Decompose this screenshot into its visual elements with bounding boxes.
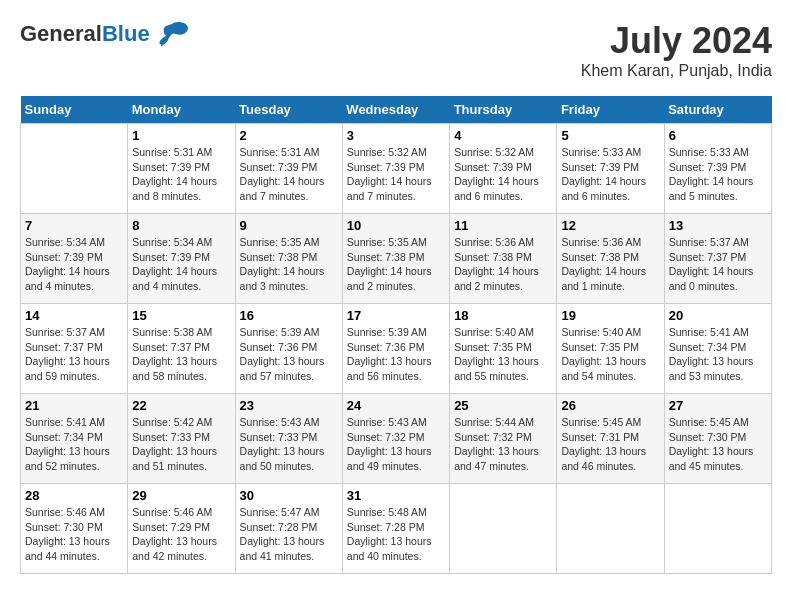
day-info: Sunrise: 5:45 AMSunset: 7:31 PMDaylight:… xyxy=(561,415,659,474)
table-row: 19 Sunrise: 5:40 AMSunset: 7:35 PMDaylig… xyxy=(557,304,664,394)
logo-text: GeneralBlue xyxy=(20,21,150,46)
day-info: Sunrise: 5:40 AMSunset: 7:35 PMDaylight:… xyxy=(454,325,552,384)
day-number: 14 xyxy=(25,308,123,323)
table-row: 7 Sunrise: 5:34 AMSunset: 7:39 PMDayligh… xyxy=(21,214,128,304)
table-row: 9 Sunrise: 5:35 AMSunset: 7:38 PMDayligh… xyxy=(235,214,342,304)
calendar-week-5: 28 Sunrise: 5:46 AMSunset: 7:30 PMDaylig… xyxy=(21,484,772,574)
header-friday: Friday xyxy=(557,96,664,124)
table-row: 15 Sunrise: 5:38 AMSunset: 7:37 PMDaylig… xyxy=(128,304,235,394)
day-number: 26 xyxy=(561,398,659,413)
day-info: Sunrise: 5:36 AMSunset: 7:38 PMDaylight:… xyxy=(561,235,659,294)
month-title: July 2024 xyxy=(581,20,772,62)
calendar-week-1: 1 Sunrise: 5:31 AMSunset: 7:39 PMDayligh… xyxy=(21,124,772,214)
day-number: 17 xyxy=(347,308,445,323)
table-row: 24 Sunrise: 5:43 AMSunset: 7:32 PMDaylig… xyxy=(342,394,449,484)
day-info: Sunrise: 5:34 AMSunset: 7:39 PMDaylight:… xyxy=(25,235,123,294)
day-number: 24 xyxy=(347,398,445,413)
table-row: 1 Sunrise: 5:31 AMSunset: 7:39 PMDayligh… xyxy=(128,124,235,214)
table-row: 29 Sunrise: 5:46 AMSunset: 7:29 PMDaylig… xyxy=(128,484,235,574)
table-row: 23 Sunrise: 5:43 AMSunset: 7:33 PMDaylig… xyxy=(235,394,342,484)
header-wednesday: Wednesday xyxy=(342,96,449,124)
logo-general: General xyxy=(20,21,102,46)
day-info: Sunrise: 5:43 AMSunset: 7:32 PMDaylight:… xyxy=(347,415,445,474)
day-number: 18 xyxy=(454,308,552,323)
calendar-week-4: 21 Sunrise: 5:41 AMSunset: 7:34 PMDaylig… xyxy=(21,394,772,484)
calendar-header-row: Sunday Monday Tuesday Wednesday Thursday… xyxy=(21,96,772,124)
day-info: Sunrise: 5:46 AMSunset: 7:30 PMDaylight:… xyxy=(25,505,123,564)
calendar-week-3: 14 Sunrise: 5:37 AMSunset: 7:37 PMDaylig… xyxy=(21,304,772,394)
header-sunday: Sunday xyxy=(21,96,128,124)
table-row: 18 Sunrise: 5:40 AMSunset: 7:35 PMDaylig… xyxy=(450,304,557,394)
header-monday: Monday xyxy=(128,96,235,124)
day-info: Sunrise: 5:32 AMSunset: 7:39 PMDaylight:… xyxy=(454,145,552,204)
day-info: Sunrise: 5:31 AMSunset: 7:39 PMDaylight:… xyxy=(132,145,230,204)
day-info: Sunrise: 5:44 AMSunset: 7:32 PMDaylight:… xyxy=(454,415,552,474)
day-number: 30 xyxy=(240,488,338,503)
day-number: 6 xyxy=(669,128,767,143)
table-row: 12 Sunrise: 5:36 AMSunset: 7:38 PMDaylig… xyxy=(557,214,664,304)
day-number: 19 xyxy=(561,308,659,323)
day-info: Sunrise: 5:31 AMSunset: 7:39 PMDaylight:… xyxy=(240,145,338,204)
table-row: 11 Sunrise: 5:36 AMSunset: 7:38 PMDaylig… xyxy=(450,214,557,304)
header-tuesday: Tuesday xyxy=(235,96,342,124)
day-info: Sunrise: 5:35 AMSunset: 7:38 PMDaylight:… xyxy=(347,235,445,294)
day-number: 7 xyxy=(25,218,123,233)
table-row: 5 Sunrise: 5:33 AMSunset: 7:39 PMDayligh… xyxy=(557,124,664,214)
table-row: 27 Sunrise: 5:45 AMSunset: 7:30 PMDaylig… xyxy=(664,394,771,484)
day-number: 15 xyxy=(132,308,230,323)
table-row xyxy=(450,484,557,574)
logo-bird-icon xyxy=(154,20,190,48)
day-info: Sunrise: 5:33 AMSunset: 7:39 PMDaylight:… xyxy=(561,145,659,204)
table-row xyxy=(664,484,771,574)
day-info: Sunrise: 5:45 AMSunset: 7:30 PMDaylight:… xyxy=(669,415,767,474)
day-number: 8 xyxy=(132,218,230,233)
day-info: Sunrise: 5:37 AMSunset: 7:37 PMDaylight:… xyxy=(669,235,767,294)
table-row: 25 Sunrise: 5:44 AMSunset: 7:32 PMDaylig… xyxy=(450,394,557,484)
title-area: July 2024 Khem Karan, Punjab, India xyxy=(581,20,772,80)
day-info: Sunrise: 5:34 AMSunset: 7:39 PMDaylight:… xyxy=(132,235,230,294)
table-row: 22 Sunrise: 5:42 AMSunset: 7:33 PMDaylig… xyxy=(128,394,235,484)
day-number: 21 xyxy=(25,398,123,413)
day-info: Sunrise: 5:35 AMSunset: 7:38 PMDaylight:… xyxy=(240,235,338,294)
table-row: 8 Sunrise: 5:34 AMSunset: 7:39 PMDayligh… xyxy=(128,214,235,304)
day-number: 1 xyxy=(132,128,230,143)
day-info: Sunrise: 5:32 AMSunset: 7:39 PMDaylight:… xyxy=(347,145,445,204)
table-row: 10 Sunrise: 5:35 AMSunset: 7:38 PMDaylig… xyxy=(342,214,449,304)
day-number: 28 xyxy=(25,488,123,503)
table-row: 20 Sunrise: 5:41 AMSunset: 7:34 PMDaylig… xyxy=(664,304,771,394)
day-number: 2 xyxy=(240,128,338,143)
day-info: Sunrise: 5:47 AMSunset: 7:28 PMDaylight:… xyxy=(240,505,338,564)
table-row: 17 Sunrise: 5:39 AMSunset: 7:36 PMDaylig… xyxy=(342,304,449,394)
table-row xyxy=(21,124,128,214)
day-number: 23 xyxy=(240,398,338,413)
logo-blue: Blue xyxy=(102,21,150,46)
header-saturday: Saturday xyxy=(664,96,771,124)
day-number: 31 xyxy=(347,488,445,503)
location: Khem Karan, Punjab, India xyxy=(581,62,772,80)
day-info: Sunrise: 5:48 AMSunset: 7:28 PMDaylight:… xyxy=(347,505,445,564)
day-number: 5 xyxy=(561,128,659,143)
table-row: 14 Sunrise: 5:37 AMSunset: 7:37 PMDaylig… xyxy=(21,304,128,394)
header-thursday: Thursday xyxy=(450,96,557,124)
table-row: 28 Sunrise: 5:46 AMSunset: 7:30 PMDaylig… xyxy=(21,484,128,574)
day-info: Sunrise: 5:37 AMSunset: 7:37 PMDaylight:… xyxy=(25,325,123,384)
day-info: Sunrise: 5:42 AMSunset: 7:33 PMDaylight:… xyxy=(132,415,230,474)
day-info: Sunrise: 5:36 AMSunset: 7:38 PMDaylight:… xyxy=(454,235,552,294)
day-number: 3 xyxy=(347,128,445,143)
table-row: 21 Sunrise: 5:41 AMSunset: 7:34 PMDaylig… xyxy=(21,394,128,484)
day-number: 29 xyxy=(132,488,230,503)
calendar-table: Sunday Monday Tuesday Wednesday Thursday… xyxy=(20,96,772,574)
table-row xyxy=(557,484,664,574)
day-number: 27 xyxy=(669,398,767,413)
day-number: 12 xyxy=(561,218,659,233)
table-row: 6 Sunrise: 5:33 AMSunset: 7:39 PMDayligh… xyxy=(664,124,771,214)
day-info: Sunrise: 5:33 AMSunset: 7:39 PMDaylight:… xyxy=(669,145,767,204)
day-info: Sunrise: 5:41 AMSunset: 7:34 PMDaylight:… xyxy=(669,325,767,384)
day-info: Sunrise: 5:46 AMSunset: 7:29 PMDaylight:… xyxy=(132,505,230,564)
page-header: GeneralBlue July 2024 Khem Karan, Punjab… xyxy=(20,20,772,80)
table-row: 26 Sunrise: 5:45 AMSunset: 7:31 PMDaylig… xyxy=(557,394,664,484)
day-number: 20 xyxy=(669,308,767,323)
day-number: 4 xyxy=(454,128,552,143)
table-row: 4 Sunrise: 5:32 AMSunset: 7:39 PMDayligh… xyxy=(450,124,557,214)
day-info: Sunrise: 5:38 AMSunset: 7:37 PMDaylight:… xyxy=(132,325,230,384)
